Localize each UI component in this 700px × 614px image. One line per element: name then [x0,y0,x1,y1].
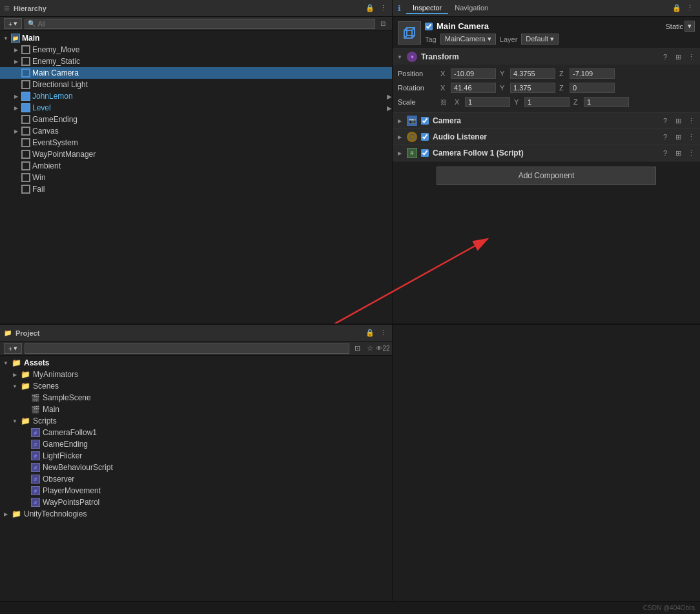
hierarchy-item-ambient[interactable]: ▶ Ambient [0,160,392,172]
static-dropdown-button[interactable]: ▾ [685,21,695,32]
add-component-button[interactable]: Add Component [437,167,656,185]
expand-icon: ▶ [13,70,19,76]
expand-icon: ▶ [22,453,28,459]
rot-y-input[interactable] [510,83,555,93]
transform-settings-icon[interactable]: ⊞ [673,52,683,62]
project-item-newbehaviour[interactable]: ▶ # NewBehaviourScript [0,462,392,473]
hierarchy-item-gameending[interactable]: ▶ GameEnding [0,114,392,125]
info-icon: ℹ [398,4,401,13]
hierarchy-expand-icon[interactable]: ⊡ [378,19,388,29]
hierarchy-item-eventsystem[interactable]: ▶ EventSystem [0,137,392,148]
script-settings-icon[interactable]: ⊞ [673,148,683,158]
scale-z-input[interactable] [584,97,629,107]
script-title: Camera Follow 1 (Script) [433,148,524,158]
project-item-samplescene[interactable]: ▶ 🎬 SampleScene [0,392,392,404]
camera-help-icon[interactable]: ? [660,116,670,126]
rot-x-input[interactable] [451,83,496,93]
inspector-lock-icon[interactable]: 🔒 [672,3,682,14]
project-item-scripts[interactable]: ▼ 📁 Scripts [0,415,392,427]
pos-x-input[interactable] [451,68,496,79]
item-label: Main [43,405,59,414]
project-header: 📁 Project 🔒 ⋮ [0,325,392,342]
audio-enabled-checkbox[interactable] [421,133,429,141]
expand-icon: ▶ [22,406,28,413]
audio-listener-header[interactable]: ▶ 🎧 Audio Listener ? ⊞ ⋮ [393,129,700,145]
hierarchy-lock-icon[interactable]: 🔒 [365,3,375,14]
pos-z-input[interactable] [570,68,615,79]
static-badge: Static ▾ [665,21,695,32]
expand-icon: ▶ [3,511,9,517]
hierarchy-item-directional-light[interactable]: ▶ Directional Light [0,79,392,90]
project-item-playermovement[interactable]: ▶ # PlayerMovement [0,485,392,496]
rotation-row: Rotation X Y Z [398,81,695,94]
camera-settings-icon[interactable]: ⊞ [673,116,683,126]
project-item-assets[interactable]: ▼ 📁 Assets [0,357,392,369]
transform-dots-icon[interactable]: ⋮ [686,52,696,62]
hierarchy-item-waypointmanager[interactable]: ▶ WayPointManager [0,148,392,160]
hierarchy-search-input[interactable] [37,20,372,28]
audio-help-icon[interactable]: ? [660,132,670,142]
pos-y-input[interactable] [510,68,555,79]
hierarchy-item-main[interactable]: ▼ 📁 Main [0,32,392,44]
project-item-myanimators[interactable]: ▶ 📁 MyAnimators [0,369,392,380]
hierarchy-item-enemy-static[interactable]: ▶ Enemy_Static [0,56,392,67]
project-add-button[interactable]: + ▾ [4,343,22,354]
project-item-observer[interactable]: ▶ # Observer [0,473,392,485]
expand-icon: ▶ [12,371,18,378]
script-enabled-checkbox[interactable] [421,149,429,157]
scale-y-input[interactable] [524,97,570,107]
project-item-main-scene[interactable]: ▶ 🎬 Main [0,404,392,415]
project-search-input[interactable] [25,343,349,354]
eye-label: 👁 [376,345,382,352]
expand-icon: ▶ [13,174,19,181]
project-item-scenes[interactable]: ▼ 📁 Scenes [0,380,392,392]
scale-x-input[interactable] [465,97,510,107]
project-item-waypointspatrol[interactable]: ▶ # WayPointsPatrol [0,496,392,508]
audio-icon: 🎧 [407,132,417,142]
project-item-camerafollow1[interactable]: ▶ # CameraFollow1 [0,427,392,438]
tag-dropdown-button[interactable]: MainCamera ▾ [440,34,496,45]
item-label: Fail [32,185,45,194]
item-label: CameraFollow1 [43,428,97,437]
project-item-gameending-script[interactable]: ▶ # GameEnding [0,438,392,450]
camera-follow-header[interactable]: ▶ # Camera Follow 1 (Script) ? ⊞ ⋮ [393,145,700,161]
inspector-panel: ℹ Inspector Navigation 🔒 ⋮ [393,0,700,323]
project-lock-icon[interactable]: 🔒 [365,328,375,338]
scale-x-label: X [455,98,461,106]
inspector-dots-icon[interactable]: ⋮ [685,3,695,14]
hierarchy-item-level[interactable]: ▶ Level ▶ [0,102,392,114]
project-eye-icon[interactable]: 👁 22 [378,343,388,354]
audio-settings-icon[interactable]: ⊞ [673,132,683,142]
tag-value: MainCamera [445,35,486,43]
static-label: Static [665,23,683,30]
camera-follow-section: ▶ # Camera Follow 1 (Script) ? ⊞ ⋮ [393,145,700,161]
hierarchy-item-johnlemon[interactable]: ▶ JohnLemon ▶ [0,90,392,102]
hierarchy-item-canvas[interactable]: ▶ Canvas [0,125,392,137]
tab-navigation[interactable]: Navigation [448,3,495,14]
hierarchy-item-win[interactable]: ▶ Win [0,172,392,183]
project-dots-icon[interactable]: ⋮ [378,328,388,338]
expand-icon: ▶ [13,186,19,192]
project-item-lightflicker[interactable]: ▶ # LightFlicker [0,450,392,462]
hierarchy-add-button[interactable]: + ▾ [4,18,22,29]
script-help-icon[interactable]: ? [660,148,670,158]
project-star-icon[interactable]: ☆ [365,343,375,354]
audio-dots-icon[interactable]: ⋮ [686,132,696,142]
script-dots-icon[interactable]: ⋮ [686,148,696,158]
transform-help-icon[interactable]: ? [660,52,670,62]
hierarchy-dots-icon[interactable]: ⋮ [378,3,388,14]
rot-z-input[interactable] [570,83,615,93]
project-item-unitytechnologies[interactable]: ▶ 📁 UnityTechnologies [0,508,392,520]
tab-inspector[interactable]: Inspector [406,3,448,14]
camera-dots-icon[interactable]: ⋮ [686,116,696,126]
hierarchy-item-fail[interactable]: ▶ Fail [0,183,392,195]
hierarchy-item-main-camera[interactable]: ▶ Main Camera [0,67,392,79]
go-enabled-checkbox[interactable] [425,23,433,30]
layer-dropdown-button[interactable]: Default ▾ [521,34,559,45]
item-label: JohnLemon [32,92,73,101]
transform-header[interactable]: ▼ ✦ Transform ? ⊞ ⋮ [393,49,700,65]
camera-enabled-checkbox[interactable] [421,117,429,125]
hierarchy-item-enemy-move[interactable]: ▶ Enemy_Move [0,44,392,56]
project-search-icon[interactable]: ⊡ [352,343,362,354]
camera-header[interactable]: ▶ 📷 Camera ? ⊞ ⋮ [393,113,700,128]
